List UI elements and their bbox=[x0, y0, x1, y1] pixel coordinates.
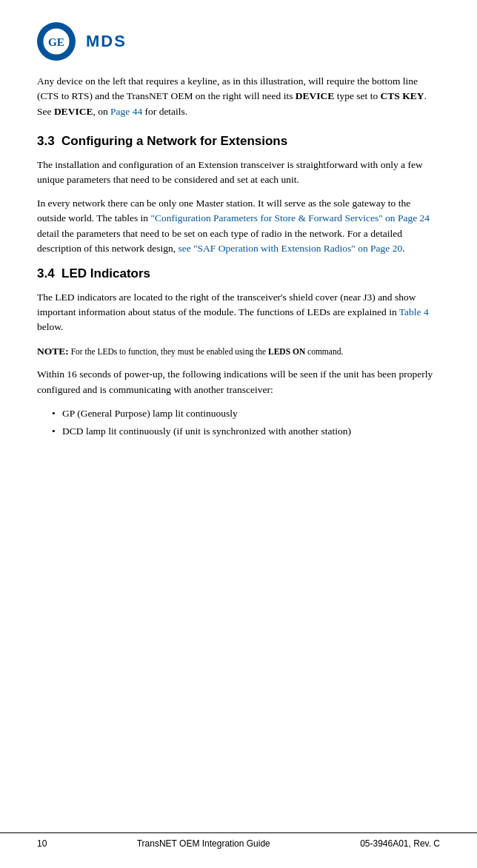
para2-link1[interactable]: "Configuration Parameters for Store & Fo… bbox=[150, 212, 430, 223]
bullet-item-2: DCD lamp lit continuously (if unit is sy… bbox=[52, 424, 440, 439]
note-text-1: For the LEDs to function, they must be e… bbox=[69, 347, 268, 356]
section-33-title: Configuring a Network for Extensions bbox=[61, 134, 287, 148]
intro-text-5: for details. bbox=[142, 106, 187, 117]
section-34-heading: 3.4 LED Indicators bbox=[37, 265, 440, 283]
section-34-para2: Within 16 seconds of power-up, the follo… bbox=[37, 367, 440, 397]
bullet-1-label: GP (General Purpose) lamp lit continuous… bbox=[62, 408, 238, 419]
intro-text-2: type set to bbox=[334, 90, 380, 101]
footer: 10 TransNET OEM Integration Guide 05-394… bbox=[0, 832, 477, 855]
para2-end: . bbox=[402, 243, 404, 254]
footer-title: TransNET OEM Integration Guide bbox=[137, 838, 270, 850]
intro-paragraph: Any device on the left that requires a k… bbox=[37, 74, 440, 119]
ge-logo-svg: GE bbox=[42, 27, 70, 55]
intro-link-1[interactable]: Page 44 bbox=[110, 106, 142, 117]
note-label: NOTE: bbox=[37, 346, 69, 357]
footer-page-number: 10 bbox=[37, 838, 47, 850]
bullet-item-1: GP (General Purpose) lamp lit continuous… bbox=[52, 406, 440, 421]
mds-logo-text: MDS bbox=[86, 30, 127, 53]
section-34-title: LED Indicators bbox=[61, 266, 150, 280]
note-text-2: command. bbox=[305, 347, 343, 356]
section-33-number: 3.3 bbox=[37, 134, 55, 148]
led-para1-start: The LED indicators are located to the ri… bbox=[37, 292, 416, 317]
para2-link2[interactable]: see "SAF Operation with Extension Radios… bbox=[178, 243, 402, 254]
section-34-number: 3.4 bbox=[37, 266, 55, 280]
note-bold: LEDS ON bbox=[268, 347, 305, 356]
section-33-para2: In every network there can be only one M… bbox=[37, 196, 440, 256]
section-33-heading: 3.3 Configuring a Network for Extensions bbox=[37, 132, 440, 150]
footer-doc-number: 05-3946A01, Rev. C bbox=[360, 838, 440, 850]
section-34-para1: The LED indicators are located to the ri… bbox=[37, 290, 440, 335]
intro-bold-1: DEVICE bbox=[296, 90, 335, 101]
ge-logo-circle: GE bbox=[37, 22, 76, 61]
bullet-list: GP (General Purpose) lamp lit continuous… bbox=[52, 406, 440, 440]
note-block: NOTE: For the LEDs to function, they mus… bbox=[37, 344, 440, 359]
intro-text-4: , on bbox=[93, 106, 110, 117]
section-33-para1: The installation and configuration of an… bbox=[37, 158, 440, 188]
table4-link[interactable]: Table 4 bbox=[399, 306, 429, 317]
intro-bold-2: CTS KEY bbox=[381, 90, 424, 101]
header: GE MDS bbox=[37, 22, 440, 61]
page: GE MDS Any device on the left that requi… bbox=[0, 0, 477, 868]
intro-bold-3: DEVICE bbox=[54, 106, 93, 117]
bullet-2-label: DCD lamp lit continuously (if unit is sy… bbox=[62, 425, 351, 437]
led-para1-end: below. bbox=[37, 321, 64, 332]
svg-text:GE: GE bbox=[48, 36, 64, 48]
